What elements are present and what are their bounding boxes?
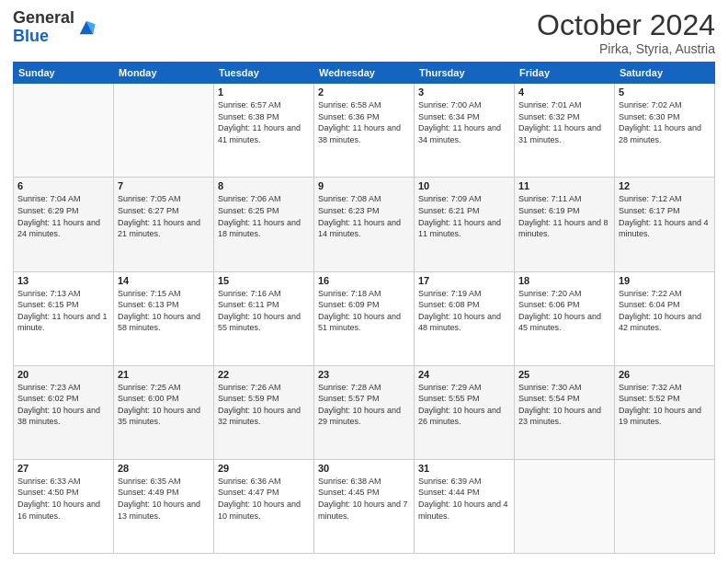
day-info: Sunrise: 7:30 AM Sunset: 5:54 PM Dayligh… [518, 382, 610, 428]
calendar-cell: 8Sunrise: 7:06 AM Sunset: 6:25 PM Daylig… [214, 178, 314, 271]
day-number: 6 [17, 180, 109, 191]
day-info: Sunrise: 6:33 AM Sunset: 4:50 PM Dayligh… [17, 476, 109, 522]
day-number: 30 [318, 463, 410, 474]
day-info: Sunrise: 7:23 AM Sunset: 6:02 PM Dayligh… [17, 382, 109, 428]
day-number: 24 [418, 369, 510, 380]
day-number: 27 [17, 463, 109, 474]
day-header-sunday: Sunday [14, 63, 114, 84]
calendar-cell: 9Sunrise: 7:08 AM Sunset: 6:23 PM Daylig… [314, 178, 415, 271]
title-block: October 2024 Pirka, Styria, Austria [537, 9, 715, 56]
day-info: Sunrise: 7:19 AM Sunset: 6:08 PM Dayligh… [418, 288, 510, 334]
day-number: 16 [318, 275, 410, 286]
day-number: 26 [619, 369, 711, 380]
day-number: 12 [619, 180, 711, 191]
day-header-saturday: Saturday [615, 63, 715, 84]
calendar-cell: 14Sunrise: 7:15 AM Sunset: 6:13 PM Dayli… [114, 271, 214, 365]
logo-blue-text: Blue [13, 27, 49, 45]
day-number: 1 [218, 86, 310, 98]
day-info: Sunrise: 6:35 AM Sunset: 4:49 PM Dayligh… [118, 476, 210, 522]
logo-general-text: General [13, 8, 74, 27]
day-info: Sunrise: 7:28 AM Sunset: 5:57 PM Dayligh… [318, 382, 410, 428]
day-info: Sunrise: 7:16 AM Sunset: 6:11 PM Dayligh… [218, 288, 310, 334]
day-info: Sunrise: 7:09 AM Sunset: 6:21 PM Dayligh… [418, 193, 510, 239]
day-info: Sunrise: 7:02 AM Sunset: 6:30 PM Dayligh… [619, 99, 711, 145]
calendar-cell: 26Sunrise: 7:32 AM Sunset: 5:52 PM Dayli… [615, 365, 715, 459]
day-number: 29 [218, 463, 310, 474]
calendar-cell: 5Sunrise: 7:02 AM Sunset: 6:30 PM Daylig… [615, 84, 715, 178]
calendar-cell: 30Sunrise: 6:38 AM Sunset: 4:45 PM Dayli… [314, 459, 415, 553]
page: General Blue October 2024 Pirka, Styria,… [0, 0, 728, 563]
day-header-thursday: Thursday [415, 63, 515, 84]
day-number: 19 [619, 275, 711, 286]
calendar-cell [14, 84, 114, 178]
day-number: 28 [118, 463, 210, 474]
calendar-cell: 29Sunrise: 6:36 AM Sunset: 4:47 PM Dayli… [214, 459, 314, 553]
day-number: 11 [518, 180, 610, 191]
calendar-cell: 25Sunrise: 7:30 AM Sunset: 5:54 PM Dayli… [515, 365, 615, 459]
day-number: 25 [518, 369, 610, 380]
day-info: Sunrise: 7:11 AM Sunset: 6:19 PM Dayligh… [518, 193, 610, 239]
calendar-cell: 16Sunrise: 7:18 AM Sunset: 6:09 PM Dayli… [314, 271, 415, 365]
calendar-cell: 24Sunrise: 7:29 AM Sunset: 5:55 PM Dayli… [415, 365, 515, 459]
day-number: 23 [318, 369, 410, 380]
day-number: 3 [418, 86, 510, 98]
calendar-cell: 10Sunrise: 7:09 AM Sunset: 6:21 PM Dayli… [415, 178, 515, 271]
calendar-cell [615, 459, 715, 553]
day-number: 13 [17, 275, 109, 286]
month-title: October 2024 [537, 9, 715, 41]
day-header-monday: Monday [114, 63, 214, 84]
calendar-cell: 6Sunrise: 7:04 AM Sunset: 6:29 PM Daylig… [14, 178, 114, 271]
day-info: Sunrise: 6:58 AM Sunset: 6:36 PM Dayligh… [318, 99, 410, 145]
day-number: 10 [418, 180, 510, 191]
day-number: 7 [118, 180, 210, 191]
day-number: 31 [418, 463, 510, 474]
logo-icon [76, 17, 97, 38]
week-row-1: 1Sunrise: 6:57 AM Sunset: 6:38 PM Daylig… [14, 84, 715, 178]
day-info: Sunrise: 6:38 AM Sunset: 4:45 PM Dayligh… [318, 476, 410, 522]
day-info: Sunrise: 7:00 AM Sunset: 6:34 PM Dayligh… [418, 99, 510, 145]
calendar-cell: 23Sunrise: 7:28 AM Sunset: 5:57 PM Dayli… [314, 365, 415, 459]
day-info: Sunrise: 7:25 AM Sunset: 6:00 PM Dayligh… [118, 382, 210, 428]
calendar-cell: 1Sunrise: 6:57 AM Sunset: 6:38 PM Daylig… [214, 84, 314, 178]
calendar-cell: 28Sunrise: 6:35 AM Sunset: 4:49 PM Dayli… [114, 459, 214, 553]
calendar-cell [114, 84, 214, 178]
calendar-cell: 3Sunrise: 7:00 AM Sunset: 6:34 PM Daylig… [415, 84, 515, 178]
calendar-cell: 7Sunrise: 7:05 AM Sunset: 6:27 PM Daylig… [114, 178, 214, 271]
header: General Blue October 2024 Pirka, Styria,… [13, 9, 715, 56]
day-number: 14 [118, 275, 210, 286]
day-info: Sunrise: 7:18 AM Sunset: 6:09 PM Dayligh… [318, 288, 410, 334]
week-row-2: 6Sunrise: 7:04 AM Sunset: 6:29 PM Daylig… [14, 178, 715, 271]
logo: General Blue [13, 9, 97, 46]
day-number: 18 [518, 275, 610, 286]
calendar-table: SundayMondayTuesdayWednesdayThursdayFrid… [13, 62, 715, 554]
calendar-cell: 11Sunrise: 7:11 AM Sunset: 6:19 PM Dayli… [515, 178, 615, 271]
day-number: 8 [218, 180, 310, 191]
calendar-cell: 31Sunrise: 6:39 AM Sunset: 4:44 PM Dayli… [415, 459, 515, 553]
day-info: Sunrise: 7:04 AM Sunset: 6:29 PM Dayligh… [17, 193, 109, 239]
week-row-5: 27Sunrise: 6:33 AM Sunset: 4:50 PM Dayli… [14, 459, 715, 553]
day-number: 20 [17, 369, 109, 380]
calendar-cell: 2Sunrise: 6:58 AM Sunset: 6:36 PM Daylig… [314, 84, 415, 178]
day-number: 2 [318, 86, 410, 98]
day-number: 15 [218, 275, 310, 286]
day-header-wednesday: Wednesday [314, 63, 415, 84]
calendar-cell [515, 459, 615, 553]
day-info: Sunrise: 7:22 AM Sunset: 6:04 PM Dayligh… [619, 288, 711, 334]
week-row-3: 13Sunrise: 7:13 AM Sunset: 6:15 PM Dayli… [14, 271, 715, 365]
day-info: Sunrise: 6:36 AM Sunset: 4:47 PM Dayligh… [218, 476, 310, 522]
day-info: Sunrise: 7:15 AM Sunset: 6:13 PM Dayligh… [118, 288, 210, 334]
day-info: Sunrise: 7:08 AM Sunset: 6:23 PM Dayligh… [318, 193, 410, 239]
calendar-cell: 20Sunrise: 7:23 AM Sunset: 6:02 PM Dayli… [14, 365, 114, 459]
location: Pirka, Styria, Austria [537, 41, 715, 56]
week-row-4: 20Sunrise: 7:23 AM Sunset: 6:02 PM Dayli… [14, 365, 715, 459]
day-info: Sunrise: 7:12 AM Sunset: 6:17 PM Dayligh… [619, 193, 711, 239]
day-header-tuesday: Tuesday [214, 63, 314, 84]
day-info: Sunrise: 6:57 AM Sunset: 6:38 PM Dayligh… [218, 99, 310, 145]
calendar-cell: 17Sunrise: 7:19 AM Sunset: 6:08 PM Dayli… [415, 271, 515, 365]
day-header-friday: Friday [515, 63, 615, 84]
calendar-cell: 27Sunrise: 6:33 AM Sunset: 4:50 PM Dayli… [14, 459, 114, 553]
day-info: Sunrise: 7:20 AM Sunset: 6:06 PM Dayligh… [518, 288, 610, 334]
day-number: 9 [318, 180, 410, 191]
calendar-cell: 12Sunrise: 7:12 AM Sunset: 6:17 PM Dayli… [615, 178, 715, 271]
calendar-cell: 19Sunrise: 7:22 AM Sunset: 6:04 PM Dayli… [615, 271, 715, 365]
